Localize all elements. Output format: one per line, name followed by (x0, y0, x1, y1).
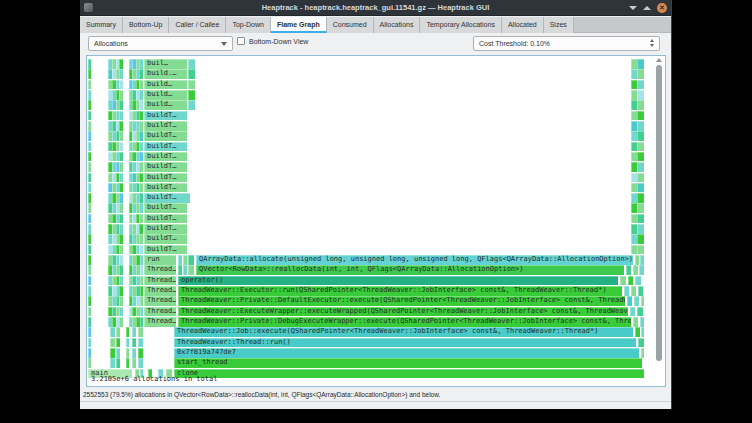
flame-frame-sliver[interactable] (637, 152, 644, 162)
flame-frame-sliver[interactable] (119, 59, 123, 69)
flame-frame-sliver[interactable] (140, 296, 143, 306)
tab-consumed[interactable]: Consumed (327, 17, 374, 33)
flame-frame-sliver[interactable] (88, 224, 91, 234)
flame-frame[interactable]: buil… (144, 59, 187, 69)
flame-frame-sliver[interactable] (140, 276, 143, 286)
flame-frame-sliver[interactable] (116, 327, 120, 337)
close-icon[interactable]: ✕ (657, 3, 667, 13)
flame-frame-sliver[interactable] (119, 90, 123, 100)
flame-frame-sliver[interactable] (110, 348, 115, 358)
flame-frame-sliver[interactable] (88, 183, 91, 193)
flame-frame[interactable]: buildT… (144, 234, 187, 244)
flame-frame[interactable]: ThreadWeaver::ExecuteWrapper::executeWra… (178, 307, 628, 317)
flame-frame-sliver[interactable] (119, 255, 123, 265)
flame-frame-sliver[interactable] (126, 327, 129, 337)
flame-frame-sliver[interactable] (139, 100, 143, 110)
vertical-scrollbar[interactable] (655, 57, 663, 377)
flame-frame-sliver[interactable] (119, 286, 123, 296)
flame-frame[interactable]: ThreadWeaver::Executor::run(QSharedPoint… (178, 286, 622, 296)
flame-frame-sliver[interactable] (138, 358, 143, 368)
flame-frame-sliver[interactable] (132, 327, 136, 337)
flame-frame-sliver[interactable] (637, 173, 644, 183)
flame-frame[interactable]: build.… (144, 69, 187, 79)
flame-frame-sliver[interactable] (139, 90, 143, 100)
flame-frame-sliver[interactable] (119, 317, 123, 327)
flame-frame-sliver[interactable] (641, 296, 644, 306)
flame-frame-sliver[interactable] (140, 286, 143, 296)
flame-frame-sliver[interactable] (139, 69, 143, 79)
flame-frame-sliver[interactable] (119, 307, 123, 317)
flame-frame-sliver[interactable] (637, 224, 644, 234)
flame-frame-sliver[interactable] (139, 111, 143, 121)
flame-frame-sliver[interactable] (119, 121, 123, 131)
flame-frame-sliver[interactable] (119, 214, 123, 224)
flame-frame-sliver[interactable] (88, 307, 91, 317)
flame-frame-sliver[interactable] (119, 152, 123, 162)
flame-frame[interactable]: buildT… (144, 131, 187, 141)
flame-frame-sliver[interactable] (140, 255, 143, 265)
flame-frame-sliver[interactable] (188, 69, 195, 79)
flame-frame[interactable]: ThreadWeaver::Job::execute(QSharedPointe… (174, 327, 633, 337)
flame-frame-sliver[interactable] (88, 59, 91, 69)
flame-frame-sliver[interactable] (88, 142, 91, 152)
tab-bottom-up[interactable]: Bottom-Up (123, 17, 169, 33)
flame-frame-sliver[interactable] (637, 90, 644, 100)
flame-frame-sliver[interactable] (637, 162, 644, 172)
flame-frame[interactable]: buildT… (144, 245, 187, 255)
flame-frame-sliver[interactable] (637, 142, 644, 152)
flame-frame-sliver[interactable] (139, 234, 143, 244)
flame-frame-sliver[interactable] (138, 338, 143, 348)
tab-allocations[interactable]: Allocations (374, 17, 421, 33)
flame-frame-sliver[interactable] (139, 162, 143, 172)
flame-frame[interactable]: build… (144, 90, 187, 100)
flame-frame-sliver[interactable] (635, 327, 640, 337)
flame-frame-sliver[interactable] (139, 214, 143, 224)
flame-frame-sliver[interactable] (132, 338, 136, 348)
flame-frame-sliver[interactable] (88, 100, 91, 110)
flame-frame-sliver[interactable] (637, 59, 644, 69)
flame-frame-sliver[interactable] (637, 111, 644, 121)
flame-frame-sliver[interactable] (634, 296, 639, 306)
flame-frame-sliver[interactable] (88, 327, 91, 337)
flame-frame[interactable]: run (144, 255, 176, 265)
tab-summary[interactable]: Summary (80, 17, 123, 33)
tab-temporary-allocations[interactable]: Temporary Allocations (420, 17, 501, 33)
flame-frame-sliver[interactable] (637, 245, 644, 255)
flame-frame-sliver[interactable] (637, 307, 643, 317)
flame-frame-sliver[interactable] (188, 255, 194, 265)
flame-frame-sliver[interactable] (637, 214, 644, 224)
flame-frame-sliver[interactable] (139, 121, 143, 131)
flame-frame[interactable]: QVector<RowData>::reallocData(int, int, … (196, 265, 624, 275)
flame-frame[interactable]: ThreadWeaver::Private::DebugExecuteWrapp… (178, 317, 631, 327)
flame-frame-sliver[interactable] (132, 358, 136, 368)
maximize-icon[interactable] (643, 6, 651, 10)
flame-frame-sliver[interactable] (641, 348, 644, 358)
flame-frame-sliver[interactable] (116, 358, 120, 368)
scroll-up-icon[interactable] (656, 58, 662, 62)
flame-frame-sliver[interactable] (635, 276, 641, 286)
flame-frame[interactable]: buildT… (144, 214, 187, 224)
flame-frame-sliver[interactable] (139, 59, 143, 69)
flame-frame-sliver[interactable] (88, 193, 91, 203)
flame-frame-sliver[interactable] (119, 245, 123, 255)
flame-frame-sliver[interactable] (88, 152, 91, 162)
flame-frame-sliver[interactable] (119, 193, 123, 203)
flame-frame-sliver[interactable] (138, 327, 143, 337)
flame-frame-sliver[interactable] (88, 90, 91, 100)
flame-frame[interactable]: clone (174, 369, 644, 379)
flame-frame[interactable]: buildT… (144, 152, 187, 162)
minimize-icon[interactable] (629, 6, 637, 10)
flame-frame-sliver[interactable] (640, 255, 644, 265)
tab-sizes[interactable]: Sizes (544, 17, 574, 33)
flame-frame[interactable]: buildT… (144, 173, 187, 183)
flame-frame[interactable]: buildT… (144, 183, 187, 193)
flame-frame-sliver[interactable] (88, 317, 91, 327)
flame-frame-sliver[interactable] (126, 358, 129, 368)
flame-frame-sliver[interactable] (119, 80, 123, 90)
flame-frame[interactable]: buildT… (144, 142, 187, 152)
flame-frame[interactable]: Thread… (144, 317, 176, 327)
flame-frame-sliver[interactable] (88, 131, 91, 141)
flame-frame-sliver[interactable] (139, 224, 143, 234)
flame-frame-sliver[interactable] (638, 286, 643, 296)
flame-frame-sliver[interactable] (637, 193, 644, 203)
